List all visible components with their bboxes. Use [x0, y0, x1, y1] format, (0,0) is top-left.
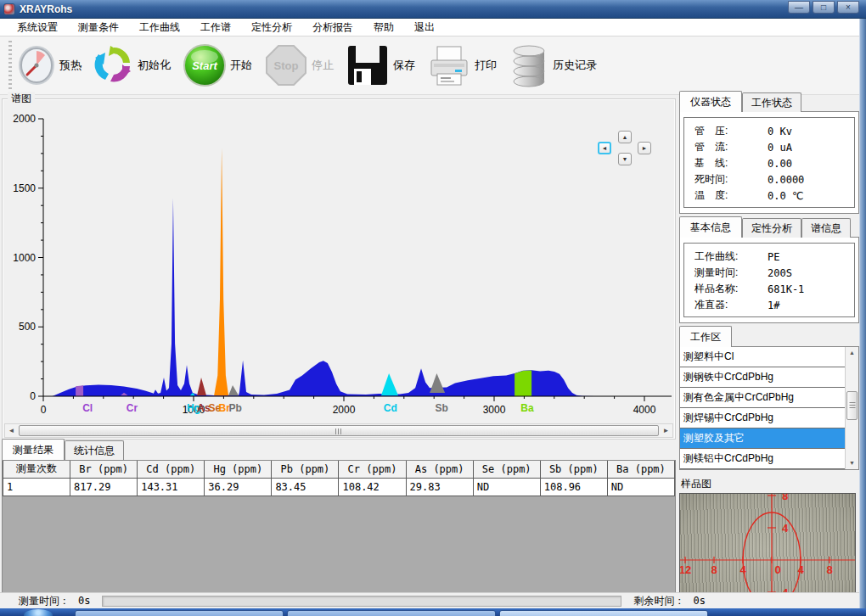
chart-hscroll-grip [335, 428, 342, 434]
column-header: Se (ppm) [473, 461, 540, 478]
chart-pan-right-button[interactable]: ► [638, 142, 651, 154]
column-header: Hg (ppm) [205, 461, 272, 478]
instrument-field-value: 0 uA [768, 142, 792, 154]
preheat-button[interactable]: 预热 [17, 44, 82, 87]
tab-measure-results[interactable]: 测量结果 [2, 439, 65, 460]
x-tick-label: 3000 [483, 404, 506, 416]
column-header: Ba (ppm) [607, 461, 674, 478]
stop-button[interactable]: Stop 停止 [264, 43, 334, 87]
info-field-label: 工作曲线: [694, 249, 756, 264]
taskbar-window-button[interactable] [287, 610, 496, 616]
info-field-row: 样品名称:681K-1 [686, 281, 852, 297]
tab-qualitative[interactable]: 定性分析 [742, 218, 801, 238]
column-header: Sb (ppm) [540, 461, 607, 478]
instrument-field-row: 基 线:0.00 [686, 155, 852, 171]
chart-pan-down-button[interactable]: ▼ [618, 153, 632, 165]
save-icon [346, 43, 390, 87]
table-cell: 108.42 [339, 478, 406, 496]
instrument-field-value: 0.0 ℃ [768, 190, 803, 202]
chart-hscroll-thumb[interactable] [19, 425, 659, 436]
chart-hscrollbar[interactable]: ◄ ► [4, 423, 673, 438]
table-cell: 1 [3, 478, 70, 496]
toolbar: 预热 初始化 [0, 36, 866, 95]
menu-measure-conditions[interactable]: 测量条件 [68, 19, 129, 36]
chart-pan-up-button[interactable]: ▲ [618, 131, 632, 143]
sample-v-tick-label: 8 [782, 494, 788, 502]
print-button[interactable]: 打印 [427, 43, 497, 87]
tab-spectrum-info[interactable]: 谱信息 [801, 218, 851, 238]
chart-hscroll-right-icon[interactable]: ► [660, 424, 672, 437]
menu-work-curve[interactable]: 工作曲线 [129, 19, 190, 36]
workspace-item[interactable]: 测钢铁中CrCdPbHg [680, 367, 845, 388]
workspace-scroll-thumb[interactable] [846, 391, 858, 420]
tab-instrument-status[interactable]: 仪器状态 [679, 91, 742, 112]
start-orb[interactable] [24, 609, 53, 616]
workspace-item[interactable]: 测镁铝中CrCdPbHg [680, 449, 845, 469]
x-tick-label: 2000 [333, 404, 356, 416]
table-cell: 29.83 [406, 478, 473, 496]
print-label: 打印 [475, 58, 497, 73]
taskbar-window-button[interactable] [75, 610, 284, 616]
workspace-vscrollbar[interactable]: ▲ ▼ [845, 347, 858, 469]
series-As-peak [197, 378, 206, 395]
minimize-button[interactable]: — [788, 1, 810, 14]
taskbar [0, 608, 866, 616]
instrument-field-row: 管 流:0 uA [686, 139, 852, 155]
basic-info-box: 工作曲线:PE测量时间:200S样品名称:681K-1准直器:1# [679, 237, 859, 323]
column-header: Pb (ppm) [272, 461, 339, 478]
menu-qualitative-analysis[interactable]: 定性分析 [241, 19, 302, 36]
instrument-field-value: 0.00 [768, 158, 792, 170]
start-button[interactable]: Start 开始 [183, 43, 252, 87]
column-header: 测量次数 [3, 461, 70, 478]
workspace-scroll-up-icon[interactable]: ▲ [846, 347, 858, 359]
workspace-item[interactable]: 测焊锡中CrCdPbHg [680, 408, 845, 428]
workspace-item[interactable]: 测塑料中Cl [680, 347, 845, 367]
table-cell: 108.96 [540, 478, 607, 496]
tab-basic-info[interactable]: 基本信息 [679, 216, 742, 238]
sample-h-tick-label: 12 [680, 563, 691, 576]
start-icon-text: Start [192, 59, 217, 72]
info-field-label: 测量时间: [694, 266, 756, 280]
y-tick-label: 1500 [13, 182, 36, 194]
column-header: As (ppm) [406, 461, 473, 478]
initialize-button[interactable]: 初始化 [93, 44, 171, 87]
workspace-item[interactable]: 测塑胶及其它 [680, 428, 845, 449]
table-cell: 817.29 [70, 478, 138, 496]
close-button[interactable]: × [837, 1, 859, 14]
main-area: 谱图 050010001500200001000200030004000ClCr… [0, 95, 859, 592]
chart-hscroll-left-icon[interactable]: ◄ [5, 424, 18, 437]
menu-analysis-report[interactable]: 分析报告 [302, 19, 363, 36]
taskbar-window-button[interactable] [499, 610, 708, 616]
maximize-button[interactable]: □ [813, 1, 835, 14]
results-tabs: 测量结果 统计信息 [2, 441, 124, 460]
menu-exit[interactable]: 退出 [404, 19, 445, 36]
start-label: 开始 [230, 58, 252, 73]
table-row[interactable]: 1817.29143.3136.2983.45108.4229.83ND108.… [3, 478, 675, 496]
history-icon [509, 42, 549, 88]
element-label-Ba: Ba [520, 402, 534, 414]
spectrum-chart: 050010001500200001000200030004000ClCrHgA… [3, 103, 675, 423]
column-header: Br (ppm) [70, 461, 138, 478]
instrument-field-label: 基 线: [694, 156, 756, 171]
chart-hscroll-track[interactable] [18, 424, 660, 437]
save-button[interactable]: 保存 [346, 43, 415, 87]
menu-help[interactable]: 帮助 [363, 19, 404, 36]
chart-pan-left-button[interactable]: ◄ [598, 142, 611, 154]
info-field-value: 200S [768, 267, 792, 279]
start-icon: Start [183, 43, 227, 87]
tab-statistics[interactable]: 统计信息 [65, 440, 124, 460]
column-header: Cr (ppm) [339, 461, 406, 478]
workspace-item[interactable]: 测有色金属中CrCdPbHg [680, 388, 845, 408]
x-tick-label: 4000 [633, 404, 656, 416]
menu-work-spectrum[interactable]: 工作谱 [190, 19, 241, 36]
app-window: XRAYRohs — □ × 系统设置 测量条件 工作曲线 工作谱 定性分析 分… [0, 0, 866, 616]
table-cell: 83.45 [272, 478, 339, 496]
info-field-row: 测量时间:200S [686, 265, 852, 281]
tab-work-status[interactable]: 工作状态 [742, 92, 801, 112]
history-button[interactable]: 历史记录 [509, 42, 597, 88]
menu-system-settings[interactable]: 系统设置 [7, 19, 68, 36]
tab-workspace[interactable]: 工作区 [679, 326, 732, 347]
stop-icon: Stop [264, 43, 308, 87]
element-label-Cl: Cl [82, 402, 93, 414]
workspace-scroll-down-icon[interactable]: ▼ [846, 457, 858, 469]
